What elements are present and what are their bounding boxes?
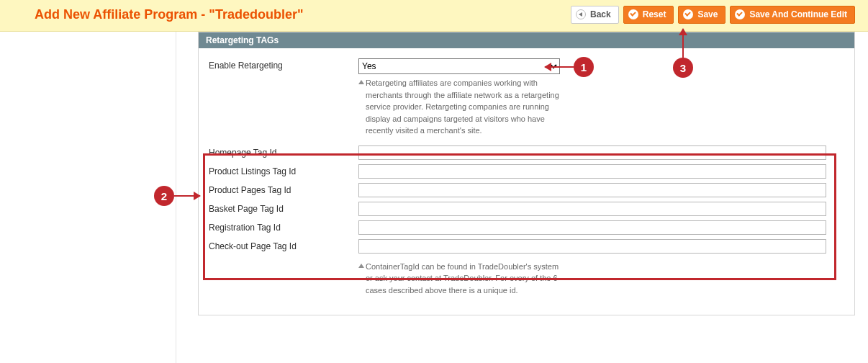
save-continue-button-label: Save And Continue Edit: [749, 8, 847, 21]
row-homepage-tag: Homepage Tag Id: [209, 145, 844, 160]
container-hint: ContainerTagId can be found in TradeDoub…: [358, 258, 560, 297]
page-header: Add New Affiliate Program - "Tradedouble…: [0, 0, 868, 32]
tag-fields-group: Homepage Tag Id Product Listings Tag Id …: [209, 141, 844, 254]
panel-title: Retargeting TAGs: [199, 32, 854, 48]
enable-retargeting-select[interactable]: Yes: [358, 58, 560, 74]
homepage-tag-input[interactable]: [358, 145, 826, 160]
enable-retargeting-label: Enable Retargeting: [209, 58, 358, 71]
check-icon: [683, 9, 693, 19]
basket-page-tag-label: Basket Page Tag Id: [209, 202, 358, 214]
check-icon: [628, 9, 638, 19]
checkout-page-tag-input[interactable]: [358, 239, 826, 254]
reset-button[interactable]: Reset: [623, 6, 674, 24]
container-hint-spacer: [209, 258, 358, 260]
registration-tag-input[interactable]: [358, 220, 826, 235]
registration-tag-label: Registration Tag Id: [209, 220, 358, 233]
product-listings-tag-label: Product Listings Tag Id: [209, 164, 358, 176]
row-registration-tag: Registration Tag Id: [209, 220, 844, 235]
product-pages-tag-input[interactable]: [358, 183, 826, 197]
left-gutter: [0, 32, 176, 363]
header-buttons: Back Reset Save Save And Continue Edit: [571, 6, 855, 24]
content-area: Retargeting TAGs Enable Retargeting Yes …: [176, 32, 868, 363]
product-pages-tag-label: Product Pages Tag Id: [209, 183, 358, 195]
reset-button-label: Reset: [643, 8, 666, 21]
row-product-pages-tag: Product Pages Tag Id: [209, 183, 844, 197]
page-title: Add New Affiliate Program - "Tradedouble…: [35, 7, 303, 22]
row-product-listings-tag: Product Listings Tag Id: [209, 164, 844, 179]
back-button-label: Back: [590, 8, 611, 21]
page-body: Retargeting TAGs Enable Retargeting Yes …: [0, 32, 868, 363]
row-checkout-page-tag: Check-out Page Tag Id: [209, 239, 844, 254]
save-continue-button[interactable]: Save And Continue Edit: [730, 6, 855, 24]
back-icon: [576, 9, 586, 19]
checkout-page-tag-label: Check-out Page Tag Id: [209, 239, 358, 251]
basket-page-tag-input[interactable]: [358, 202, 826, 216]
enable-retargeting-hint: Retargeting affiliates are companies wor…: [358, 74, 560, 137]
row-basket-page-tag: Basket Page Tag Id: [209, 202, 844, 216]
homepage-tag-label: Homepage Tag Id: [209, 145, 358, 158]
retargeting-panel: Retargeting TAGs Enable Retargeting Yes …: [198, 32, 855, 315]
check-icon: [735, 9, 745, 19]
save-button[interactable]: Save: [678, 6, 725, 24]
panel-body: Enable Retargeting Yes Retargeting affil…: [199, 48, 854, 315]
product-listings-tag-input[interactable]: [358, 164, 826, 179]
row-enable-retargeting: Enable Retargeting Yes Retargeting affil…: [209, 58, 844, 137]
save-button-label: Save: [697, 8, 718, 21]
row-container-hint: ContainerTagId can be found in TradeDoub…: [209, 258, 844, 297]
back-button[interactable]: Back: [571, 6, 619, 24]
